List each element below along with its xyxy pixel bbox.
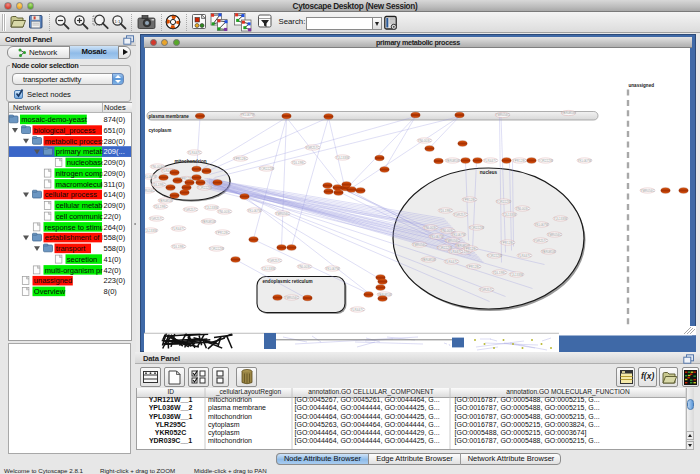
svg-text:[GO:0016787, GO:0005488, GO:00: [GO:0016787, GO:0005488, GO:0005215, G..… — [455, 396, 600, 404]
svg-text:annotation.GO MOLECULAR_FUNCTI: annotation.GO MOLECULAR_FUNCTION — [506, 388, 630, 396]
svg-text:YLR295C: YLR295C — [155, 421, 186, 428]
svg-text:YDR039C__1: YDR039C__1 — [149, 437, 192, 444]
svg-text:ID: ID — [167, 388, 174, 395]
svg-text:[GO:0045263, GO:0044464, GO:00: [GO:0045263, GO:0044464, GO:0044444, G..… — [295, 421, 440, 429]
svg-text:[GO:0016787, GO:0005488, GO:00: [GO:0016787, GO:0005488, GO:0005215, G..… — [455, 437, 600, 445]
svg-text:mitochondrion: mitochondrion — [208, 396, 252, 403]
svg-text:[GO:0044464, GO:0044444, GO:00: [GO:0044464, GO:0044444, GO:0044425, G..… — [295, 437, 440, 445]
svg-text:cytoplasm: cytoplasm — [208, 429, 240, 437]
svg-text:YKR052C: YKR052C — [155, 429, 187, 436]
svg-text:YPL036W__1: YPL036W__1 — [149, 413, 193, 420]
svg-text:[GO:0044464, GO:0044444, GO:00: [GO:0044464, GO:0044444, GO:0044425, G..… — [295, 413, 440, 421]
svg-text:YJR121W__1: YJR121W__1 — [149, 396, 193, 403]
svg-text:[GO:0016787, GO:0005488, GO:00: [GO:0016787, GO:0005488, GO:0005215, G..… — [455, 404, 600, 412]
svg-text:[GO:0045267, GO:0045261, GO:00: [GO:0045267, GO:0045261, GO:0044464, G..… — [295, 396, 440, 404]
svg-text:annotation.GO CELLULAR_COMPONE: annotation.GO CELLULAR_COMPONENT — [308, 388, 433, 396]
svg-text:plasma membrane: plasma membrane — [208, 404, 266, 412]
svg-text:cytoplasm: cytoplasm — [208, 421, 240, 429]
svg-text:[GO:0016787, GO:0005488, GO:00: [GO:0016787, GO:0005488, GO:0005215, G..… — [455, 413, 600, 421]
svg-text:[GO:0016787, GO:0005215, GO:00: [GO:0016787, GO:0005215, GO:0003824, G..… — [455, 421, 600, 429]
svg-text:[GO:0044464, GO:0044444, GO:00: [GO:0044464, GO:0044444, GO:0044429, G..… — [295, 429, 440, 437]
svg-text:YPL036W__2: YPL036W__2 — [149, 404, 193, 411]
svg-text:mitochondrion: mitochondrion — [208, 413, 252, 420]
svg-text:_cellularLayoutRegion: _cellularLayoutRegion — [215, 388, 282, 396]
svg-text:[GO:0005488, GO:0005215, GO:00: [GO:0005488, GO:0005215, GO:0003674] — [455, 429, 587, 437]
svg-text:[GO:0044464, GO:0044444, GO:00: [GO:0044464, GO:0044444, GO:0044425, G..… — [295, 404, 440, 412]
svg-text:mitochondrion: mitochondrion — [208, 437, 252, 444]
